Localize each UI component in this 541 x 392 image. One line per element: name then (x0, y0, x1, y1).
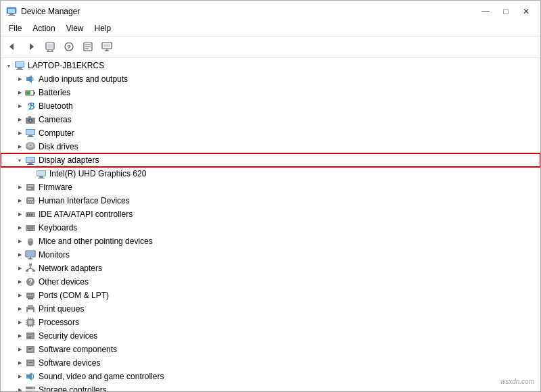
software-devices-expand[interactable] (14, 358, 25, 368)
close-button[interactable]: ✕ (517, 5, 535, 18)
tree-mice[interactable]: Mice and other pointing devices (1, 235, 540, 248)
minimize-button[interactable]: — (477, 5, 494, 18)
tree-sound[interactable]: Sound, video and game controllers (1, 370, 540, 383)
security-expand[interactable] (14, 330, 25, 341)
tree-bluetooth[interactable]: ℬ Bluetooth (1, 99, 540, 113)
svg-rect-2 (9, 14, 14, 15)
network-expand[interactable] (14, 263, 25, 274)
tree-firmware[interactable]: Firmware (1, 180, 540, 194)
menu-help[interactable]: Help (89, 22, 117, 34)
svg-line-88 (27, 268, 30, 270)
tree-hid[interactable]: Human Interface Devices (1, 194, 540, 207)
properties-button[interactable] (79, 39, 97, 55)
tree-ports[interactable]: Ports (COM & LPT) (1, 289, 540, 302)
monitor-button[interactable] (98, 39, 116, 55)
audio-expand[interactable] (14, 74, 25, 84)
svg-rect-18 (103, 44, 110, 47)
camera-icon (25, 114, 36, 125)
svg-rect-75 (32, 228, 34, 230)
svg-rect-45 (28, 163, 32, 164)
disk-expand[interactable] (14, 141, 25, 152)
tree-processors[interactable]: Processors (1, 316, 540, 329)
tree-batteries[interactable]: Batteries (1, 86, 540, 99)
window-title: Device Manager (21, 7, 80, 16)
svg-rect-3 (8, 15, 15, 16)
root-label: LAPTOP-JB1EKRCS (28, 61, 104, 70)
svg-rect-62 (27, 214, 28, 216)
svg-text:?: ? (28, 278, 32, 286)
tree-cameras[interactable]: Cameras (1, 113, 540, 126)
svg-rect-23 (18, 68, 22, 69)
svg-rect-34 (28, 116, 31, 118)
software-components-expand[interactable] (14, 344, 25, 355)
tree-computer[interactable]: Computer (1, 126, 540, 140)
root-expand[interactable] (3, 60, 14, 71)
menu-view[interactable]: View (61, 22, 89, 34)
tree-network[interactable]: Network adapters (1, 262, 540, 275)
keyboards-expand[interactable] (14, 222, 25, 233)
svg-rect-46 (27, 164, 34, 165)
firmware-expand[interactable] (14, 182, 25, 193)
storage-expand[interactable] (14, 385, 25, 391)
batteries-expand[interactable] (14, 87, 25, 98)
tree-audio[interactable]: Audio inputs and outputs (1, 72, 540, 86)
svg-text:?: ? (67, 44, 71, 51)
ide-expand[interactable] (14, 209, 25, 220)
intel-gpu-label: Intel(R) UHD Graphics 620 (49, 169, 146, 178)
security-label: Security devices (39, 331, 97, 341)
computer-expand[interactable] (14, 128, 25, 139)
svg-text:ℬ: ℬ (28, 101, 35, 112)
sound-expand[interactable] (14, 371, 25, 382)
tree-print[interactable]: Print queues (1, 302, 540, 316)
svg-rect-7 (47, 44, 53, 48)
show-hidden-button[interactable] (41, 39, 59, 55)
menu-file[interactable]: File (3, 22, 27, 34)
display-expand[interactable] (14, 155, 25, 166)
maximize-button[interactable]: □ (497, 5, 515, 18)
svg-rect-86 (32, 270, 35, 272)
print-expand[interactable] (14, 303, 25, 314)
disk-label: Disk drives (39, 142, 78, 151)
mice-expand[interactable] (14, 236, 25, 247)
menu-action[interactable]: Action (27, 22, 60, 34)
bluetooth-icon: ℬ (25, 101, 36, 112)
svg-rect-37 (28, 135, 32, 137)
other-expand[interactable] (14, 276, 25, 287)
processors-expand[interactable] (14, 317, 25, 328)
hid-expand[interactable] (14, 195, 25, 206)
svg-rect-119 (28, 337, 31, 338)
tree-monitors[interactable]: Monitors (1, 248, 540, 262)
keyboard-icon (25, 222, 36, 233)
tree-intel-gpu[interactable]: Intel(R) UHD Graphics 620 (1, 167, 540, 180)
tree-keyboards[interactable]: Keyboards (1, 221, 540, 235)
svg-rect-67 (27, 226, 28, 228)
help-button[interactable]: ? (60, 39, 78, 55)
tree-display-adapters[interactable]: Display adapters (1, 153, 540, 167)
tree-security[interactable]: Security devices (1, 329, 540, 343)
tree-software-devices[interactable]: Software devices (1, 356, 540, 370)
ports-label: Ports (COM & LPT) (39, 291, 109, 300)
tree-software-components[interactable]: Software components (1, 343, 540, 356)
tree-storage[interactable]: Storage controllers (1, 383, 540, 391)
back-button[interactable] (3, 39, 21, 55)
svg-rect-28 (34, 92, 35, 94)
tree-root[interactable]: LAPTOP-JB1EKRCS (1, 59, 540, 72)
svg-point-42 (30, 145, 32, 146)
software-devices-icon (25, 358, 36, 368)
watermark: wsxdn.com (500, 378, 534, 385)
tree-ide[interactable]: IDE ATA/ATAPI controllers (1, 207, 540, 221)
tree-other[interactable]: ? Other devices (1, 275, 540, 289)
monitors-expand[interactable] (14, 249, 25, 260)
ports-expand[interactable] (14, 290, 25, 301)
cameras-expand[interactable] (14, 114, 25, 125)
forward-button[interactable] (22, 39, 40, 55)
intel-gpu-icon (36, 168, 47, 179)
keyboards-label: Keyboards (39, 223, 77, 232)
svg-point-95 (32, 295, 33, 296)
sound-label: Sound, video and game controllers (39, 372, 164, 381)
svg-point-79 (28, 239, 33, 242)
bluetooth-expand[interactable] (14, 101, 25, 112)
device-tree[interactable]: LAPTOP-JB1EKRCS Audio inputs and outputs (1, 57, 540, 391)
hid-label: Human Interface Devices (39, 196, 130, 205)
tree-disk[interactable]: Disk drives (1, 140, 540, 153)
